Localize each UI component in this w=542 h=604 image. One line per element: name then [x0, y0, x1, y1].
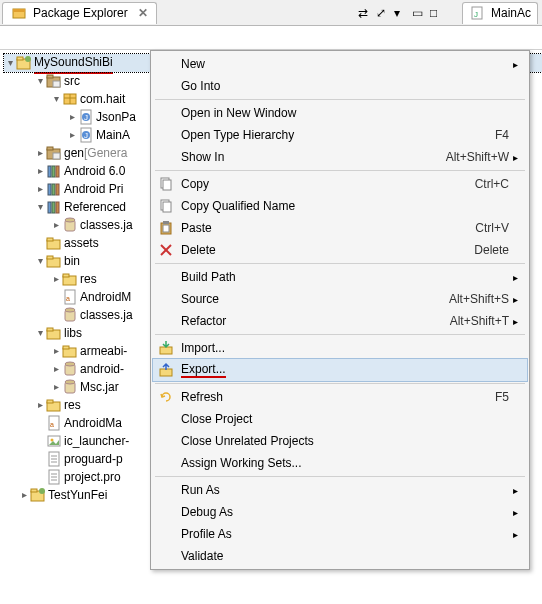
svg-rect-44: [47, 328, 53, 331]
xml-icon: a: [62, 289, 78, 305]
svg-text:J: J: [474, 10, 478, 19]
tree-label: classes.ja: [80, 306, 133, 324]
text-icon: [46, 451, 62, 467]
expand-icon[interactable]: ▸: [34, 180, 46, 198]
menu-item-import[interactable]: Import...: [153, 337, 527, 359]
menu-item-refresh[interactable]: RefreshF5: [153, 386, 527, 408]
menu-separator: [155, 383, 525, 384]
submenu-arrow-icon: ▸: [509, 294, 521, 305]
menu-item-copy[interactable]: CopyCtrl+C: [153, 173, 527, 195]
expand-icon[interactable]: ▾: [34, 198, 46, 216]
menu-label: Close Unrelated Projects: [177, 434, 501, 448]
svg-text:J: J: [84, 113, 88, 122]
submenu-arrow-icon: ▸: [509, 485, 521, 496]
tree-label: res: [80, 270, 97, 288]
close-icon[interactable]: ✕: [138, 6, 148, 20]
svg-rect-34: [47, 238, 53, 241]
expand-icon[interactable]: ▸: [18, 486, 30, 504]
project-icon: [30, 487, 46, 503]
menu-item-paste[interactable]: PasteCtrl+V: [153, 217, 527, 239]
maximize-icon[interactable]: □: [430, 6, 444, 20]
view-toolbar: [0, 26, 542, 50]
delete-icon: [155, 242, 177, 258]
src-folder-icon: [46, 73, 62, 89]
menu-item-copy-qualified-name[interactable]: Copy Qualified Name: [153, 195, 527, 217]
menu-label: Refresh: [177, 390, 487, 404]
menu-item-close-project[interactable]: Close Project: [153, 408, 527, 430]
svg-rect-52: [47, 400, 53, 403]
svg-point-32: [65, 218, 75, 222]
tree-label: proguard-p: [64, 450, 123, 468]
menu-item-show-in[interactable]: Show InAlt+Shift+W▸: [153, 146, 527, 168]
minimize-icon[interactable]: ▭: [412, 6, 426, 20]
tab-mainac[interactable]: J MainAc: [462, 2, 538, 24]
submenu-arrow-icon: ▸: [509, 59, 521, 70]
tab-title: MainAc: [491, 6, 531, 20]
menu-item-refactor[interactable]: RefactorAlt+Shift+T▸: [153, 310, 527, 332]
menu-item-delete[interactable]: DeleteDelete: [153, 239, 527, 261]
folder-icon: [46, 325, 62, 341]
menu-item-run-as[interactable]: Run As▸: [153, 479, 527, 501]
menu-label: Copy Qualified Name: [177, 199, 501, 213]
tree-label: Android Pri: [64, 180, 123, 198]
tree-label: res: [64, 396, 81, 414]
folder-icon: [46, 397, 62, 413]
expand-icon[interactable]: ▸: [66, 108, 78, 126]
submenu-arrow-icon: ▸: [509, 152, 521, 163]
menu-item-assign-working-sets[interactable]: Assign Working Sets...: [153, 452, 527, 474]
expand-icon[interactable]: ▾: [4, 54, 16, 72]
expand-icon[interactable]: ▾: [34, 72, 46, 90]
tree-label: MySoundShiBi: [34, 53, 113, 74]
package-icon: [11, 5, 27, 21]
tab-package-explorer[interactable]: Package Explorer ✕: [2, 2, 157, 24]
menu-item-export[interactable]: Export...: [153, 359, 527, 381]
menu-item-close-unrelated-projects[interactable]: Close Unrelated Projects: [153, 430, 527, 452]
expand-icon[interactable]: ▸: [50, 360, 62, 378]
expand-icon[interactable]: ▸: [34, 396, 46, 414]
menu-icon[interactable]: ▾: [394, 6, 408, 20]
export-icon: [155, 362, 177, 378]
collapse-icon[interactable]: ⇄: [358, 6, 372, 20]
expand-icon[interactable]: ▸: [50, 270, 62, 288]
menu-separator: [155, 476, 525, 477]
menu-label: Source: [177, 292, 441, 306]
svg-rect-46: [63, 346, 69, 349]
svg-rect-9: [53, 81, 60, 87]
tree-label: Referenced: [64, 198, 126, 216]
tree-label: libs: [64, 324, 82, 342]
menu-item-open-type-hierarchy[interactable]: Open Type HierarchyF4: [153, 124, 527, 146]
menu-item-new[interactable]: New▸: [153, 53, 527, 75]
menu-item-go-into[interactable]: Go Into: [153, 75, 527, 97]
svg-rect-20: [47, 147, 53, 150]
svg-rect-21: [53, 153, 60, 159]
expand-icon[interactable]: ▾: [34, 252, 46, 270]
submenu-arrow-icon: ▸: [509, 507, 521, 518]
menu-label: Close Project: [177, 412, 501, 426]
menu-item-profile-as[interactable]: Profile As▸: [153, 523, 527, 545]
svg-point-50: [65, 380, 75, 384]
menu-item-build-path[interactable]: Build Path▸: [153, 266, 527, 288]
expand-icon[interactable]: ▸: [34, 162, 46, 180]
jar-icon: [62, 361, 78, 377]
menu-item-open-in-new-window[interactable]: Open in New Window: [153, 102, 527, 124]
refresh-icon: [155, 389, 177, 405]
import-icon: [155, 340, 177, 356]
java-file-icon: J: [78, 109, 94, 125]
java-file-icon: J: [469, 5, 485, 21]
menu-item-source[interactable]: SourceAlt+Shift+S▸: [153, 288, 527, 310]
tree-label: src: [64, 72, 80, 90]
expand-icon[interactable]: ▸: [50, 342, 62, 360]
expand-icon[interactable]: ▸: [34, 144, 46, 162]
menu-item-validate[interactable]: Validate: [153, 545, 527, 567]
library-icon: [46, 163, 62, 179]
link-editor-icon[interactable]: ⤢: [376, 6, 390, 20]
expand-icon[interactable]: ▾: [34, 324, 46, 342]
expand-icon[interactable]: ▾: [50, 90, 62, 108]
menu-accel: Delete: [466, 243, 509, 257]
expand-icon[interactable]: ▸: [50, 216, 62, 234]
menu-item-debug-as[interactable]: Debug As▸: [153, 501, 527, 523]
svg-rect-69: [163, 180, 171, 190]
expand-icon[interactable]: ▸: [66, 126, 78, 144]
expand-icon[interactable]: ▸: [50, 378, 62, 396]
svg-rect-23: [52, 166, 55, 177]
